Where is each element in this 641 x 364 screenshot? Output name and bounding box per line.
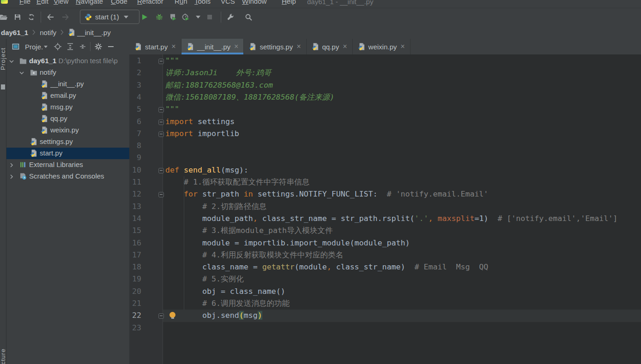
hide-panel-icon[interactable] bbox=[104, 41, 117, 53]
line-number: 1 bbox=[129, 55, 141, 67]
tree-item-day61_1[interactable]: day61_1 D:\python test file\p bbox=[6, 55, 129, 67]
close-icon[interactable]: × bbox=[171, 43, 175, 50]
fold-marker[interactable] bbox=[158, 192, 164, 197]
close-icon[interactable]: × bbox=[296, 43, 301, 50]
tool-button-structure[interactable]: Structure bbox=[0, 348, 6, 364]
tab-weixin.py[interactable]: weixin.py× bbox=[353, 39, 411, 54]
breadcrumb-project[interactable]: day61_1 bbox=[1, 29, 28, 36]
menu-run[interactable]: Run bbox=[175, 0, 187, 6]
python-file-icon bbox=[134, 43, 142, 50]
line-number: 10 bbox=[129, 164, 141, 176]
tree-item-settings.py[interactable]: settings.py bbox=[6, 136, 129, 148]
tree-item-external-libraries[interactable]: External Libraries bbox=[6, 159, 129, 171]
chevron-right-icon[interactable] bbox=[8, 162, 15, 170]
fold-marker[interactable] bbox=[158, 168, 164, 173]
project-tree: day61_1 D:\python test file\pnotify__ini… bbox=[6, 54, 130, 364]
line-number: 20 bbox=[129, 286, 141, 298]
collapse-all-icon[interactable] bbox=[76, 41, 89, 53]
line-number: 18 bbox=[129, 261, 141, 273]
code-line-18: class_name = getattr(module, class_str_n… bbox=[165, 261, 488, 273]
expand-all-icon[interactable] bbox=[64, 41, 76, 53]
tool-button-project[interactable]: Project bbox=[0, 48, 6, 70]
forward-icon[interactable] bbox=[62, 8, 69, 26]
breadcrumb-package[interactable]: notify bbox=[40, 29, 56, 36]
code-line-6: import settings bbox=[165, 116, 235, 128]
sync-icon[interactable] bbox=[28, 8, 35, 26]
line-number: 7 bbox=[129, 128, 141, 140]
tree-item-notify[interactable]: notify bbox=[6, 67, 129, 78]
editor[interactable]: """讲师:JasonJi 外号:鸡哥邮箱:18817628568@163.co… bbox=[163, 54, 641, 364]
menu-help[interactable]: Help bbox=[282, 0, 296, 6]
back-icon[interactable] bbox=[47, 8, 54, 26]
locate-file-icon[interactable] bbox=[51, 41, 64, 53]
menu-tools[interactable]: Tools bbox=[194, 0, 211, 6]
chevron-down-icon[interactable] bbox=[8, 58, 15, 66]
line-number: 11 bbox=[129, 176, 141, 188]
project-view-icon[interactable] bbox=[9, 41, 22, 53]
tab-start.py[interactable]: start.py× bbox=[129, 39, 181, 54]
stop-icon[interactable] bbox=[206, 8, 213, 26]
run-config-selector[interactable]: start (1) bbox=[80, 10, 139, 24]
menu-navigate[interactable]: Navigate bbox=[76, 0, 103, 6]
code-line-3: 邮箱:18817628568@163.com bbox=[165, 79, 273, 91]
debug-icon[interactable] bbox=[156, 8, 163, 26]
menu-file[interactable]: File bbox=[19, 0, 30, 6]
fold-marker[interactable] bbox=[158, 119, 164, 125]
code-line-20: obj = class_name() bbox=[165, 286, 285, 298]
tree-item-start.py[interactable]: start.py bbox=[6, 148, 129, 159]
chevron-down-icon[interactable] bbox=[44, 46, 48, 48]
fold-marker[interactable] bbox=[158, 107, 164, 113]
menu-edit[interactable]: Edit bbox=[36, 0, 48, 6]
tree-item-msg.py[interactable]: msg.py bbox=[6, 101, 129, 113]
tree-item-weixin.py[interactable]: weixin.py bbox=[6, 125, 129, 136]
menu-view[interactable]: View bbox=[54, 0, 68, 6]
run-coverage-icon[interactable] bbox=[169, 8, 176, 26]
close-icon[interactable]: × bbox=[400, 43, 405, 50]
libs-icon bbox=[19, 161, 27, 170]
gear-icon[interactable] bbox=[92, 41, 104, 53]
breadcrumb-file[interactable]: __init__.py bbox=[77, 29, 111, 36]
menu-window[interactable]: Window bbox=[242, 0, 266, 6]
tab-__init__.py[interactable]: __init__.py× bbox=[181, 39, 244, 54]
toolbar-separator bbox=[41, 12, 41, 23]
line-number: 14 bbox=[129, 213, 141, 225]
tab-settings.py[interactable]: settings.py× bbox=[244, 39, 306, 54]
menu-refactor[interactable]: Refactor bbox=[137, 0, 163, 6]
chevron-right-icon[interactable] bbox=[8, 173, 15, 182]
open-folder-icon[interactable] bbox=[0, 8, 7, 26]
search-icon[interactable] bbox=[245, 8, 252, 26]
fold-marker[interactable] bbox=[158, 131, 164, 137]
fold-marker[interactable] bbox=[158, 313, 164, 319]
save-icon[interactable] bbox=[14, 8, 21, 26]
profiler-dropdown-icon[interactable] bbox=[196, 8, 200, 26]
main-toolbar: start (1) bbox=[0, 8, 641, 27]
menu-code[interactable]: Code bbox=[111, 0, 127, 6]
tab-qq.py[interactable]: qq.py× bbox=[307, 39, 353, 54]
close-icon[interactable]: × bbox=[234, 43, 238, 50]
run-icon[interactable] bbox=[141, 8, 148, 26]
tree-item-email.py[interactable]: email.py bbox=[6, 90, 129, 101]
close-icon[interactable]: × bbox=[343, 43, 347, 50]
py-icon bbox=[30, 149, 37, 159]
separator bbox=[90, 42, 91, 51]
code-line-5: """ bbox=[165, 103, 179, 115]
tree-item-__init__.py[interactable]: __init__.py bbox=[6, 78, 129, 90]
fold-marker[interactable] bbox=[158, 59, 164, 64]
line-number: 15 bbox=[129, 225, 141, 237]
header-row: Proje. start.py×__init__.py×settings.py×… bbox=[0, 39, 641, 55]
stripe-icon[interactable] bbox=[1, 84, 5, 90]
profiler-icon[interactable] bbox=[182, 8, 189, 26]
code-line-19: # 5.实例化 bbox=[165, 273, 244, 285]
line-number: 4 bbox=[129, 91, 141, 103]
menu-vcs[interactable]: VCS bbox=[221, 0, 235, 6]
project-panel-title[interactable]: Proje. bbox=[25, 43, 43, 51]
scratch-icon bbox=[19, 173, 27, 182]
code-line-1: """ bbox=[165, 55, 179, 67]
py-icon bbox=[30, 138, 37, 147]
wrench-icon[interactable] bbox=[227, 8, 234, 26]
tree-item-scratches-and-consoles[interactable]: Scratches and Consoles bbox=[6, 171, 129, 182]
tree-item-qq.py[interactable]: qq.py bbox=[6, 113, 129, 125]
code-line-16: module = importlib.import_module(module_… bbox=[165, 237, 410, 249]
chevron-down-icon[interactable] bbox=[18, 70, 25, 78]
window-title: day61_1 - __init__.py bbox=[307, 0, 373, 6]
